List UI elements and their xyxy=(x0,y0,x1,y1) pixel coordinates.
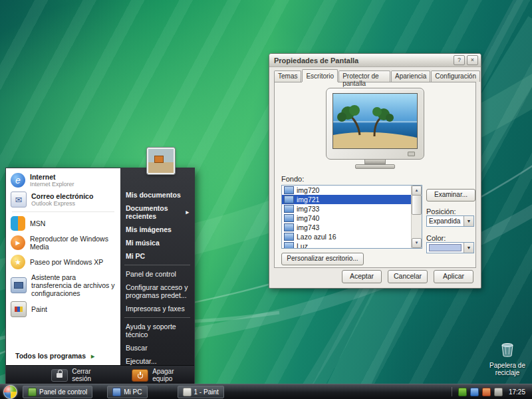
dialog-titlebar[interactable]: Propiedades de Pantalla ? × xyxy=(269,54,481,67)
separator xyxy=(124,265,190,265)
apply-button[interactable]: Aplicar xyxy=(434,270,473,283)
image-file-icon xyxy=(284,214,294,222)
start-item-correo[interactable]: Correo electrónico Outlook Express xyxy=(6,190,120,209)
start-item-panel-de-control[interactable]: Panel de control xyxy=(120,267,194,281)
image-file-icon xyxy=(284,205,294,213)
internet-explorer-icon xyxy=(11,173,25,188)
chevron-down-icon[interactable]: ▼ xyxy=(464,216,473,226)
position-dropdown[interactable]: Expandida ▼ xyxy=(426,215,474,227)
wallpaper-item-selected[interactable]: img721 xyxy=(282,195,412,204)
monitor-stand xyxy=(364,160,386,164)
scroll-up-icon[interactable]: ▲ xyxy=(412,186,422,196)
start-item-paseo-xp[interactable]: Paseo por Windows XP xyxy=(6,253,120,271)
arrow-right-icon: ▸ xyxy=(91,352,94,360)
wallpaper-item[interactable]: img743 xyxy=(282,223,412,232)
system-tray: 17:25 xyxy=(445,384,532,399)
position-label: Posición: xyxy=(426,207,456,215)
email-icon xyxy=(11,192,27,207)
help-icon[interactable]: ? xyxy=(454,55,465,65)
color-label: Color: xyxy=(426,234,446,242)
windows-tour-icon xyxy=(11,255,25,269)
wallpaper-item[interactable]: img740 xyxy=(282,213,412,223)
scrollbar[interactable]: ▲ ▼ xyxy=(411,186,422,248)
wallpaper-list[interactable]: img720 img721 img733 img740 img743 xyxy=(281,185,422,249)
chevron-down-icon[interactable]: ▼ xyxy=(464,243,473,253)
arrow-right-icon: ▸ xyxy=(186,208,189,216)
image-file-icon xyxy=(284,242,294,249)
cancel-button[interactable]: Cancelar xyxy=(388,270,428,283)
start-item-mis-documentos[interactable]: Mis documentos xyxy=(120,188,194,201)
wallpaper-item[interactable]: img733 xyxy=(282,204,412,213)
network-icon[interactable] xyxy=(470,388,479,396)
security-shield-icon[interactable] xyxy=(458,388,467,396)
taskbar-task-mi-pc[interactable]: Mi PC xyxy=(107,386,147,398)
recycle-bin-label: Papelera de reciclaje xyxy=(486,362,529,376)
recycle-bin[interactable]: Papelera de reciclaje xyxy=(486,342,529,376)
color-dropdown[interactable]: ▼ xyxy=(426,242,474,253)
color-swatch xyxy=(429,244,462,251)
display-properties-dialog: Propiedades de Pantalla ? × Temas Escrit… xyxy=(269,53,481,289)
start-item-impresoras-faxes[interactable]: Impresoras y faxes xyxy=(120,302,194,315)
start-button[interactable] xyxy=(3,385,17,399)
monitor-graphic xyxy=(326,88,424,160)
wallpaper-item[interactable]: Lazo azul 16 xyxy=(282,232,412,241)
scroll-down-icon[interactable]: ▼ xyxy=(412,238,422,248)
background-label: Fondo: xyxy=(281,175,304,183)
tab-configuracion[interactable]: Configuración xyxy=(431,70,480,82)
separator xyxy=(124,317,190,318)
start-item-internet[interactable]: Internet Internet Explorer xyxy=(6,171,120,190)
start-menu-footer: Cerrar sesión Apagar equipo xyxy=(6,365,194,384)
start-item-buscar[interactable]: Buscar xyxy=(120,341,194,354)
start-item-ayuda-soporte[interactable]: Ayuda y soporte técnico xyxy=(120,320,194,341)
image-file-icon xyxy=(284,233,294,241)
image-file-icon xyxy=(284,196,294,203)
wallpaper-item[interactable]: Luz xyxy=(282,241,412,249)
clock[interactable]: 17:25 xyxy=(509,388,525,396)
scrollbar-thumb[interactable] xyxy=(412,195,422,215)
start-item-paint[interactable]: Paint xyxy=(6,299,120,319)
separator xyxy=(452,387,452,396)
wallpaper-preview xyxy=(326,88,424,169)
wallpaper-item[interactable]: img720 xyxy=(282,186,412,195)
transfer-wizard-icon xyxy=(11,277,27,293)
start-item-mi-pc[interactable]: Mi PC xyxy=(120,249,194,263)
start-menu-places-list: Mis documentos ▸ Documentos recientes Mi… xyxy=(120,168,194,365)
all-programs-button[interactable]: Todos los programas ▸ xyxy=(6,347,120,364)
beach-preview-image xyxy=(333,94,417,148)
start-menu-pinned-list: Internet Internet Explorer Correo electr… xyxy=(6,168,120,365)
customize-desktop-button[interactable]: Personalizar escritorio... xyxy=(281,253,364,265)
image-file-icon xyxy=(284,186,294,194)
start-item-configurar-acceso[interactable]: Configurar acceso y programas predet... xyxy=(120,281,194,302)
browse-button[interactable]: Examinar... xyxy=(426,189,475,201)
messenger-icon[interactable] xyxy=(482,388,491,396)
start-item-mi-musica[interactable]: Mi música xyxy=(120,236,194,249)
tab-temas[interactable]: Temas xyxy=(274,70,301,82)
start-item-ejecutar[interactable]: Ejecutar... xyxy=(120,354,194,365)
monitor-power-button xyxy=(408,152,415,156)
user-avatar xyxy=(147,148,175,174)
image-file-icon xyxy=(284,223,294,231)
shut-down-button[interactable]: Apagar equipo xyxy=(132,368,194,382)
tab-page-escritorio: Fondo: img720 img721 img733 img740 xyxy=(274,82,476,268)
volume-icon[interactable] xyxy=(494,388,503,396)
start-item-asistente-transferencia[interactable]: Asistente para transferencia de archivos… xyxy=(6,271,120,299)
position-value: Expandida xyxy=(427,217,464,225)
close-icon[interactable]: × xyxy=(467,55,478,65)
power-icon xyxy=(132,369,148,382)
computer-icon xyxy=(112,388,121,396)
monitor-screen-preview xyxy=(332,93,418,149)
recycle-bin-icon xyxy=(500,342,515,358)
tab-apariencia[interactable]: Apariencia xyxy=(391,70,430,82)
taskbar: Panel de control Mi PC 1 - Paint 17:25 xyxy=(0,384,532,399)
taskbar-task-panel-de-control[interactable]: Panel de control xyxy=(23,386,92,398)
start-menu: Internet Internet Explorer Correo electr… xyxy=(5,168,195,385)
start-item-documentos-recientes[interactable]: ▸ Documentos recientes xyxy=(120,201,194,223)
log-off-button[interactable]: Cerrar sesión xyxy=(51,368,110,382)
tab-protector-de-pantalla[interactable]: Protector de pantalla xyxy=(338,70,390,82)
ok-button[interactable]: Aceptar xyxy=(342,270,382,283)
start-item-msn[interactable]: MSN xyxy=(6,214,120,233)
start-item-mis-imagenes[interactable]: Mis imágenes xyxy=(120,223,194,236)
taskbar-task-paint[interactable]: 1 - Paint xyxy=(178,386,224,398)
tab-escritorio[interactable]: Escritorio xyxy=(302,69,338,82)
start-item-windows-media[interactable]: Reproductor de Windows Media xyxy=(6,233,120,253)
